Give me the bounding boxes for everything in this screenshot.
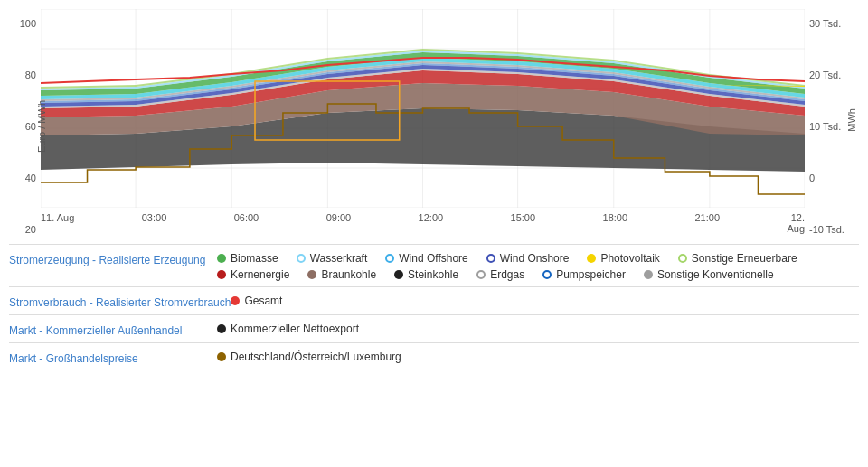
erdgas-label: Erdgas bbox=[490, 268, 524, 281]
legend-item-photovoltaik: Photovoltaik bbox=[587, 252, 659, 265]
legend-items-aussenhandel: Kommerzieller Nettoexport bbox=[217, 322, 859, 335]
legend-container: Stromerzeugung - Realisierte Erzeugung B… bbox=[9, 244, 859, 370]
legend-section-aussenhandel: Markt - Kommerzieller Außenhandel Kommer… bbox=[9, 314, 859, 342]
pumpspeicher-dot bbox=[542, 270, 552, 279]
wind-onshore-dot bbox=[486, 254, 495, 263]
x-axis: 11. Aug 03:00 06:00 09:00 12:00 15:00 18… bbox=[41, 212, 805, 234]
sonstige-konventionelle-dot bbox=[644, 270, 653, 279]
braunkohle-label: Braunkohle bbox=[321, 268, 376, 281]
y-right-30: 30 Tsd. bbox=[809, 18, 841, 29]
legend-item-deutschland: Deutschland/Österreich/Luxemburg bbox=[217, 350, 401, 363]
legend-item-steinkohle: Steinkohle bbox=[394, 268, 458, 281]
y-axis-label-left: Euro / MWh bbox=[36, 100, 47, 153]
legend-item-wind-offshore: Wind Offshore bbox=[385, 252, 467, 265]
gesamt-label: Gesamt bbox=[244, 294, 282, 307]
gesamt-dot bbox=[231, 296, 240, 305]
legend-item-sonstige-konventionelle: Sonstige Konventionelle bbox=[644, 268, 774, 281]
legend-items-stromerzeugung: Biomasse Wasserkraft Wind Offshore Wind … bbox=[217, 252, 859, 281]
legend-item-braunkohle: Braunkohle bbox=[307, 268, 376, 281]
legend-title-stromverbrauch: Stromverbrauch - Realisierter Stromverbr… bbox=[9, 294, 231, 309]
y-right-0: 0 bbox=[809, 173, 815, 183]
x-label-1: 03:00 bbox=[142, 212, 167, 234]
x-label-6: 18:00 bbox=[603, 212, 628, 234]
chart-svg bbox=[41, 9, 805, 208]
legend-title-aussenhandel: Markt - Kommerzieller Außenhandel bbox=[9, 322, 217, 337]
legend-items-stromverbrauch: Gesamt bbox=[231, 294, 859, 307]
legend-item-erdgas: Erdgas bbox=[476, 268, 524, 281]
deutschland-dot bbox=[217, 352, 226, 361]
biomasse-label: Biomasse bbox=[231, 252, 278, 265]
y-right-20: 20 Tsd. bbox=[809, 70, 841, 80]
erdgas-dot bbox=[476, 270, 486, 279]
wind-onshore-label: Wind Onshore bbox=[500, 252, 570, 265]
legend-items-grosshandel: Deutschland/Österreich/Luxemburg bbox=[217, 350, 859, 363]
legend-section-grosshandel: Markt - Großhandelspreise Deutschland/Ös… bbox=[9, 342, 859, 370]
legend-title-stromerzeugung: Stromerzeugung - Realisierte Erzeugung bbox=[9, 252, 217, 266]
biomasse-dot bbox=[217, 254, 226, 263]
legend-section-stromverbrauch: Stromverbrauch - Realisierter Stromverbr… bbox=[9, 286, 859, 314]
sonstige-erneuerbare-dot bbox=[678, 254, 687, 263]
legend-item-sonstige-erneuerbare: Sonstige Erneuerbare bbox=[678, 252, 797, 265]
kernenergie-label: Kernenergie bbox=[231, 268, 289, 281]
steinkohle-label: Steinkohle bbox=[408, 268, 458, 281]
pumpspeicher-label: Pumpspeicher bbox=[556, 268, 626, 281]
deutschland-label: Deutschland/Österreich/Luxemburg bbox=[231, 350, 401, 363]
chart-wrapper: 100 80 60 40 20 Euro / MWh bbox=[9, 9, 859, 244]
braunkohle-dot bbox=[307, 270, 316, 279]
wind-offshore-dot bbox=[385, 254, 394, 263]
legend-item-gesamt: Gesamt bbox=[231, 294, 282, 307]
photovoltaik-dot bbox=[587, 254, 596, 263]
photovoltaik-label: Photovoltaik bbox=[600, 252, 659, 265]
nettoexport-label: Kommerzieller Nettoexport bbox=[231, 322, 359, 335]
x-label-0: 11. Aug bbox=[41, 212, 74, 234]
wasserkraft-dot bbox=[297, 254, 306, 263]
y-left-80: 80 bbox=[25, 70, 36, 80]
wind-offshore-label: Wind Offshore bbox=[399, 252, 467, 265]
y-left-100: 100 bbox=[20, 18, 36, 29]
steinkohle-dot bbox=[394, 270, 403, 279]
legend-item-kernenergie: Kernenergie bbox=[217, 268, 289, 281]
x-label-2: 06:00 bbox=[234, 212, 259, 234]
x-label-8: 12.Aug bbox=[787, 212, 805, 234]
y-left-60: 60 bbox=[25, 121, 36, 132]
x-label-3: 09:00 bbox=[326, 212, 352, 234]
sonstige-konventionelle-label: Sonstige Konventionelle bbox=[657, 268, 774, 281]
y-left-40: 40 bbox=[25, 173, 36, 183]
y-axis-label-right: MWh bbox=[846, 108, 857, 132]
chart-area: Euro / MWh bbox=[41, 9, 805, 244]
kernenergie-dot bbox=[217, 270, 226, 279]
legend-item-biomasse: Biomasse bbox=[217, 252, 278, 265]
legend-item-wind-onshore: Wind Onshore bbox=[486, 252, 570, 265]
legend-item-nettoexport: Kommerzieller Nettoexport bbox=[217, 322, 359, 335]
legend-section-stromerzeugung: Stromerzeugung - Realisierte Erzeugung B… bbox=[9, 244, 859, 286]
y-right-10: 10 Tsd. bbox=[809, 121, 841, 132]
nettoexport-dot bbox=[217, 324, 226, 333]
wasserkraft-label: Wasserkraft bbox=[310, 252, 368, 265]
x-label-7: 21:00 bbox=[694, 212, 720, 234]
x-label-4: 12:00 bbox=[419, 212, 444, 234]
y-left-20: 20 bbox=[25, 224, 36, 235]
main-container: 100 80 60 40 20 Euro / MWh bbox=[0, 0, 868, 370]
legend-item-wasserkraft: Wasserkraft bbox=[297, 252, 368, 265]
y-right-neg10: -10 Tsd. bbox=[809, 224, 844, 235]
x-label-5: 15:00 bbox=[511, 212, 536, 234]
legend-title-grosshandel: Markt - Großhandelspreise bbox=[9, 350, 217, 365]
legend-item-pumpspeicher: Pumpspeicher bbox=[542, 268, 626, 281]
sonstige-erneuerbare-label: Sonstige Erneuerbare bbox=[692, 252, 797, 265]
